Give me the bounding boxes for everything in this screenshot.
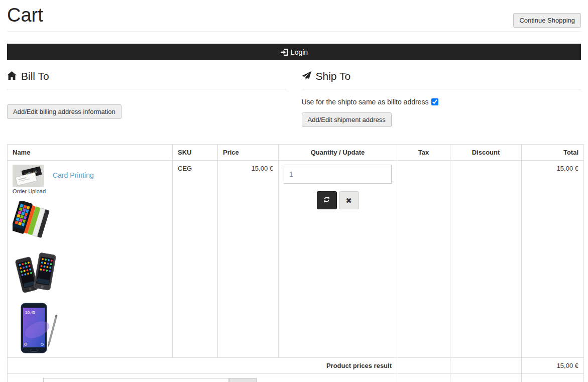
remove-item-button[interactable]: ✖	[339, 191, 359, 209]
col-header-tax: Tax	[397, 145, 450, 161]
ship-to-column: Ship To Use for the shipto same as billt…	[302, 70, 581, 127]
product-prices-result-value: 15,00 €	[522, 358, 584, 374]
bill-to-column: Bill To Add/Edit billing address informa…	[7, 70, 287, 127]
cart-item-row: HELLO Order Uplo	[8, 161, 584, 358]
coupon-cell	[8, 374, 397, 382]
continue-shopping-button[interactable]: Continue Shopping	[513, 13, 581, 28]
item-price-cell: 15,00 €	[218, 161, 279, 358]
login-bar[interactable]: Login	[7, 44, 581, 60]
edit-billing-address-button[interactable]: Add/Edit billing address information	[7, 104, 122, 119]
product-prices-result-row: Product prices result 15,00 €	[8, 358, 584, 374]
col-header-name: Name	[8, 145, 173, 161]
cart-table: Name SKU Price Quantity / Update Tax Dis…	[7, 144, 584, 382]
paper-plane-icon	[302, 70, 311, 82]
edit-shipment-address-button[interactable]: Add/Edit shipment address	[302, 112, 392, 127]
item-tax-cell	[397, 161, 450, 358]
result-discount-cell	[450, 358, 522, 374]
result-tax-cell	[397, 358, 450, 374]
cart-table-header-row: Name SKU Price Quantity / Update Tax Dis…	[8, 145, 584, 161]
remove-x-icon: ✖	[345, 197, 352, 204]
coupon-save-button[interactable]	[229, 378, 257, 382]
address-section: Bill To Add/Edit billing address informa…	[7, 70, 581, 127]
note-screen-time: 10:45	[25, 310, 36, 315]
coupon-row	[8, 374, 584, 382]
item-sku-cell: CEG	[173, 161, 218, 358]
product-image-iphones	[13, 251, 167, 296]
item-name-cell: HELLO Order Uplo	[8, 161, 173, 358]
refresh-icon	[323, 196, 330, 205]
product-image-lumia-phones	[13, 201, 167, 239]
quantity-input[interactable]	[284, 165, 392, 184]
product-image-caption: Order Upload	[13, 188, 46, 194]
ship-to-divider	[302, 89, 581, 89]
product-prices-result-label: Product prices result	[8, 358, 397, 374]
product-image-galaxy-note: 10:45	[13, 302, 167, 354]
page-title: Cart	[7, 0, 581, 26]
product-thumbnail-card-printing[interactable]: HELLO	[13, 165, 46, 187]
same-address-row: Use for the shipto same as billto addres…	[302, 98, 581, 106]
same-address-label: Use for the shipto same as billto addres…	[302, 98, 429, 106]
col-header-price: Price	[218, 145, 279, 161]
update-quantity-button[interactable]	[317, 191, 337, 209]
page-header: Cart Continue Shopping	[7, 0, 581, 32]
col-header-quantity: Quantity / Update	[279, 145, 397, 161]
home-icon	[7, 70, 17, 82]
ship-to-label: Ship To	[316, 70, 351, 82]
bill-to-heading: Bill To	[7, 70, 287, 82]
item-discount-cell	[450, 161, 522, 358]
sign-in-icon	[280, 48, 288, 56]
login-label: Login	[291, 48, 308, 56]
coupon-input[interactable]	[43, 378, 229, 382]
bill-to-label: Bill To	[21, 70, 49, 82]
item-quantity-cell: ✖	[279, 161, 397, 358]
product-link-card-printing[interactable]: Card Printing	[53, 171, 94, 194]
col-header-sku: SKU	[173, 145, 218, 161]
cart-page: Cart Continue Shopping Login Bill To	[0, 0, 588, 382]
item-total-cell: 15,00 €	[522, 161, 584, 358]
ship-to-heading: Ship To	[302, 70, 581, 82]
same-address-checkbox[interactable]	[431, 98, 438, 105]
col-header-discount: Discount	[450, 145, 522, 161]
col-header-total: Total	[522, 145, 584, 161]
bill-to-divider	[7, 89, 287, 89]
